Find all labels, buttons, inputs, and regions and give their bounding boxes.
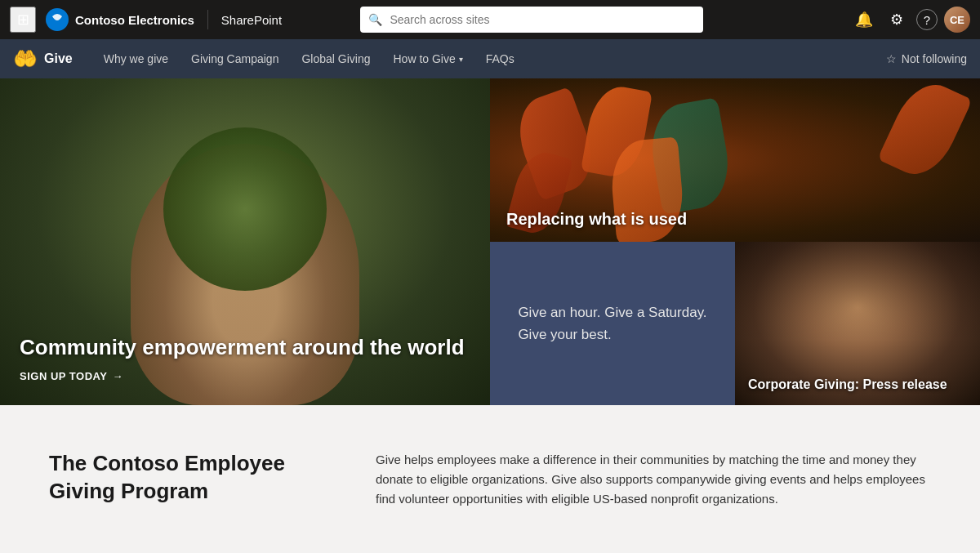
hero-bottom-row: Give an hour. Give a Saturday. Give your…: [490, 242, 980, 405]
nav-item-faqs[interactable]: FAQs: [474, 39, 526, 78]
sharepoint-label: SharePoint: [221, 13, 282, 27]
search-input[interactable]: [360, 7, 703, 33]
nav-bar: 🤲 Give Why we give Giving Campaign Globa…: [0, 39, 980, 78]
hero-corporate-panel: Corporate Giving: Press release: [735, 242, 980, 405]
hero-signup-arrow: →: [112, 370, 123, 382]
nav-item-how-to-give-label: How to Give: [393, 52, 455, 65]
content-heading: The Contoso Employee Giving Program: [49, 450, 327, 509]
waffle-icon[interactable]: ⊞: [10, 7, 36, 33]
hero-main-panel: Community empowerment around the world S…: [0, 78, 490, 405]
settings-icon[interactable]: ⚙: [884, 7, 910, 33]
top-bar-actions: 🔔 ⚙ ? CE: [851, 7, 970, 33]
search-icon: 🔍: [368, 13, 382, 26]
nav-logo-text: Give: [44, 51, 73, 66]
nav-item-global-giving[interactable]: Global Giving: [290, 39, 381, 78]
nav-item-how-to-give[interactable]: How to Give ▾: [381, 39, 474, 78]
hero-top-right-title: Replacing what is used: [506, 210, 687, 229]
app-logo: Contoso Electronics: [46, 8, 194, 31]
content-section: The Contoso Employee Giving Program Give…: [0, 417, 980, 542]
nav-item-giving-campaign[interactable]: Giving Campaign: [180, 39, 290, 78]
hero-main-title: Community empowerment around the world: [20, 335, 470, 360]
portrait-overlay: [735, 242, 980, 340]
top-bar: ⊞ Contoso Electronics SharePoint 🔍 🔔 ⚙ ?…: [0, 0, 980, 39]
leaf-decoration-4: [877, 78, 973, 185]
notifications-icon[interactable]: 🔔: [851, 7, 877, 33]
app-name-label: Contoso Electronics: [75, 13, 194, 27]
nav-item-why-we-give[interactable]: Why we give: [92, 39, 180, 78]
hero-top-right-panel: Replacing what is used: [490, 78, 980, 242]
follow-label: Not following: [902, 52, 967, 65]
content-body: Give helps employees make a difference i…: [376, 450, 931, 509]
follow-button[interactable]: ☆ Not following: [886, 52, 967, 65]
hero-give-hour-panel: Give an hour. Give a Saturday. Give your…: [490, 242, 735, 405]
hero-corporate-title: Corporate Giving: Press release: [748, 377, 967, 392]
search-container: 🔍: [360, 7, 703, 33]
top-bar-divider: [207, 10, 208, 29]
hero-main-content: Community empowerment around the world S…: [20, 335, 470, 382]
nav-logo: 🤲 Give: [13, 47, 73, 70]
star-icon: ☆: [886, 52, 897, 65]
hero-top-right-content: Replacing what is used: [506, 210, 687, 229]
chevron-down-icon: ▾: [459, 55, 463, 64]
avatar[interactable]: CE: [944, 7, 970, 33]
hero-give-hour-text: Give an hour. Give a Saturday. Give your…: [518, 301, 706, 346]
nav-logo-icon: 🤲: [13, 47, 38, 70]
nav-items: Why we give Giving Campaign Global Givin…: [92, 39, 886, 78]
hero-corporate-content: Corporate Giving: Press release: [748, 377, 967, 392]
hero-section: Community empowerment around the world S…: [0, 78, 980, 417]
hero-signup-link[interactable]: SIGN UP TODAY →: [20, 370, 470, 382]
help-icon[interactable]: ?: [916, 9, 938, 30]
hero-signup-label: SIGN UP TODAY: [20, 370, 107, 382]
